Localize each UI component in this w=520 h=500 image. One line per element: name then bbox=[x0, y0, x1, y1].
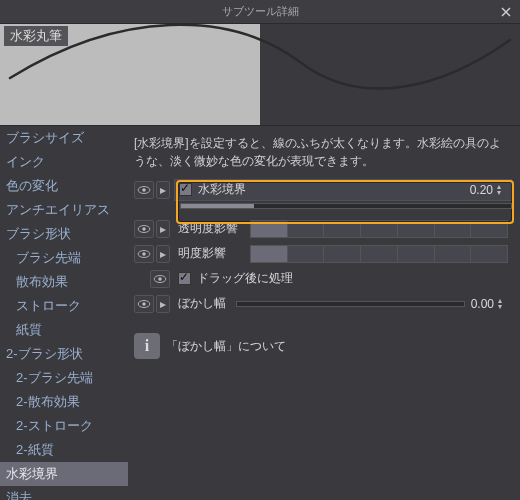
process-after-drag-checkbox[interactable] bbox=[178, 272, 191, 285]
opacity-effect-segments[interactable] bbox=[250, 220, 508, 238]
watercolor-edge-label: 水彩境界 bbox=[198, 181, 246, 198]
sidebar-item-11[interactable]: 2-散布効果 bbox=[0, 390, 128, 414]
sidebar-item-9[interactable]: 2-ブラシ形状 bbox=[0, 342, 128, 366]
sidebar-item-14[interactable]: 水彩境界 bbox=[0, 462, 128, 486]
eye-icon[interactable] bbox=[134, 181, 154, 199]
sidebar-item-4[interactable]: ブラシ形状 bbox=[0, 222, 128, 246]
sidebar-item-13[interactable]: 2-紙質 bbox=[0, 438, 128, 462]
info-icon: i bbox=[134, 333, 160, 359]
watercolor-edge-slider[interactable] bbox=[180, 203, 512, 209]
expand-icon[interactable]: ▸ bbox=[156, 295, 170, 313]
sidebar-item-10[interactable]: 2-ブラシ先端 bbox=[0, 366, 128, 390]
process-after-drag-label: ドラッグ後に処理 bbox=[197, 270, 293, 287]
expand-icon[interactable]: ▸ bbox=[156, 245, 170, 263]
brush-name-tag: 水彩丸筆 bbox=[4, 26, 68, 46]
sidebar-item-0[interactable]: ブラシサイズ bbox=[0, 126, 128, 150]
watercolor-edge-spinner[interactable]: ▴▾ bbox=[497, 184, 507, 196]
sidebar-item-5[interactable]: ブラシ先端 bbox=[0, 246, 128, 270]
sidebar-item-1[interactable]: インク bbox=[0, 150, 128, 174]
sidebar-item-7[interactable]: ストローク bbox=[0, 294, 128, 318]
watercolor-edge-value: 0.20 bbox=[470, 183, 495, 197]
brush-preview bbox=[0, 24, 520, 126]
svg-point-1 bbox=[142, 188, 146, 192]
eye-icon[interactable] bbox=[134, 245, 154, 263]
sidebar-item-15[interactable]: 消去 bbox=[0, 486, 128, 500]
panel-description: [水彩境界]を設定すると、線のふちが太くなります。水彩絵の具のような、淡く微妙な… bbox=[134, 134, 508, 170]
category-sidebar: ブラシサイズインク色の変化アンチエイリアスブラシ形状ブラシ先端散布効果ストローク… bbox=[0, 126, 128, 500]
svg-point-7 bbox=[158, 277, 162, 281]
blur-width-label: ぼかし幅 bbox=[178, 295, 234, 312]
svg-point-5 bbox=[142, 252, 146, 256]
eye-icon[interactable] bbox=[134, 295, 154, 313]
brightness-effect-label: 明度影響 bbox=[178, 245, 250, 262]
watercolor-edge-checkbox[interactable] bbox=[179, 183, 192, 196]
blur-width-spinner[interactable]: ▴▾ bbox=[498, 298, 508, 310]
sidebar-item-3[interactable]: アンチエイリアス bbox=[0, 198, 128, 222]
expand-icon[interactable]: ▸ bbox=[156, 220, 170, 238]
sidebar-item-2[interactable]: 色の変化 bbox=[0, 174, 128, 198]
eye-icon[interactable] bbox=[134, 220, 154, 238]
svg-point-3 bbox=[142, 227, 146, 231]
blur-width-slider[interactable] bbox=[236, 301, 465, 307]
stroke-preview bbox=[0, 0, 520, 102]
opacity-effect-label: 透明度影響 bbox=[178, 220, 250, 237]
blur-width-value: 0.00 bbox=[471, 297, 496, 311]
info-label: 「ぼかし幅」について bbox=[166, 338, 286, 355]
eye-icon[interactable] bbox=[150, 270, 170, 288]
sidebar-item-6[interactable]: 散布効果 bbox=[0, 270, 128, 294]
brightness-effect-segments[interactable] bbox=[250, 245, 508, 263]
sidebar-item-12[interactable]: 2-ストローク bbox=[0, 414, 128, 438]
expand-icon[interactable]: ▸ bbox=[156, 181, 170, 199]
settings-panel: [水彩境界]を設定すると、線のふちが太くなります。水彩絵の具のような、淡く微妙な… bbox=[128, 126, 520, 500]
sidebar-item-8[interactable]: 紙質 bbox=[0, 318, 128, 342]
svg-point-9 bbox=[142, 302, 146, 306]
